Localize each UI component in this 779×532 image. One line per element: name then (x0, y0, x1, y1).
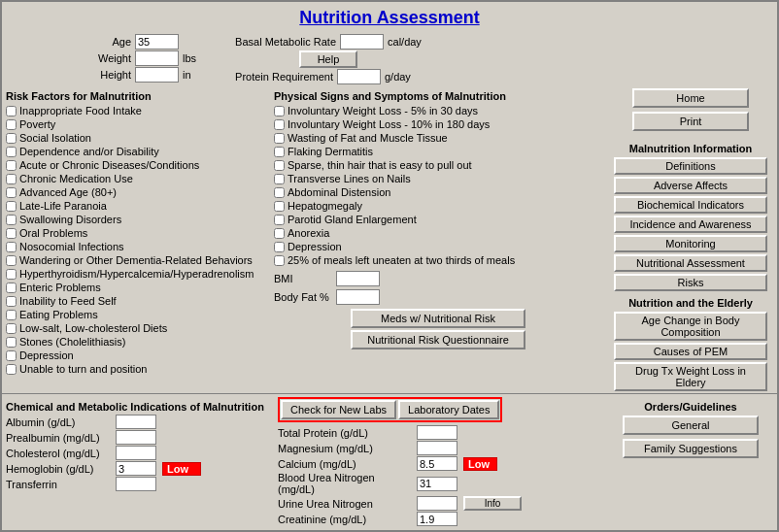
physical-item-label: Sparse, thin hair that is easy to pull o… (288, 158, 472, 172)
check-labs-button[interactable]: Check for New Labs (281, 400, 396, 419)
risk-item-label: Late-Life Paranoia (19, 199, 107, 213)
physical-checkbox[interactable] (274, 174, 285, 184)
chem-left-row: Cholesterol (mg/dL) (6, 446, 268, 460)
risk-section-header: Risk Factors for Malnutrition (6, 90, 268, 102)
physical-checkbox[interactable] (274, 215, 285, 225)
risk-item-label: Oral Problems (19, 226, 87, 240)
risk-checkbox[interactable] (6, 350, 17, 361)
questionnaire-button[interactable]: Nutritional Risk Questionnaire (351, 330, 525, 349)
risk-item-label: Stones (Cholelithiasis) (19, 335, 125, 349)
chem-right-input[interactable] (417, 477, 457, 491)
risk-item-label: Hyperthyroidism/Hypercalcemia/Hyperadren… (19, 267, 254, 281)
chem-input[interactable] (116, 415, 156, 429)
physical-checkbox[interactable] (274, 147, 285, 157)
risk-checkbox[interactable] (6, 201, 17, 212)
physical-checkbox[interactable] (274, 119, 285, 130)
risk-checkbox[interactable] (6, 323, 17, 334)
risk-item-label: Dependence and/or Disability (19, 145, 159, 158)
chem-input[interactable] (116, 477, 156, 491)
malnutrition-nav-button[interactable]: Biochemical Indicators (614, 196, 767, 214)
weight-unit: lbs (183, 52, 196, 64)
risk-checkbox[interactable] (6, 119, 17, 130)
general-button[interactable]: General (623, 416, 759, 435)
risk-checkbox[interactable] (6, 364, 17, 375)
risk-checkbox[interactable] (6, 296, 17, 307)
chem-right-input[interactable] (417, 496, 457, 511)
risk-item-label: Acute or Chronic Diseases/Conditions (19, 158, 199, 172)
chem-input[interactable] (116, 430, 156, 445)
risk-checkbox[interactable] (6, 133, 17, 144)
physical-checkbox[interactable] (274, 106, 285, 116)
chem-right-row: Total Protein (g/dL) (278, 425, 598, 440)
family-button[interactable]: Family Suggestions (623, 439, 759, 458)
physical-checkbox[interactable] (274, 201, 285, 212)
chemical-section-header: Chemical and Metabolic Indications of Ma… (6, 401, 268, 413)
height-input[interactable] (135, 67, 179, 83)
home-button[interactable]: Home (632, 88, 749, 108)
malnutrition-nav-button[interactable]: Monitoring (614, 235, 767, 252)
protein-input[interactable] (337, 69, 381, 84)
risk-checkbox[interactable] (6, 160, 17, 171)
physical-item: Wasting of Fat and Muscle Tissue (274, 131, 602, 145)
risk-item: Acute or Chronic Diseases/Conditions (6, 158, 268, 172)
chem-right-label: Magnesium (mg/dL) (278, 443, 414, 454)
risk-checkbox[interactable] (6, 337, 17, 348)
physical-checkbox[interactable] (274, 228, 285, 239)
risk-checkbox[interactable] (6, 106, 17, 116)
bmi-label: BMI (274, 273, 332, 284)
chem-right-row: Magnesium (mg/dL) (278, 441, 598, 455)
malnutrition-nav-button[interactable]: Nutritional Assessment (614, 254, 767, 272)
help-button[interactable]: Help (299, 50, 357, 68)
malnutrition-nav-button[interactable]: Incidence and Awareness (614, 216, 767, 233)
chem-right-input[interactable] (417, 441, 457, 455)
risk-item: Poverty (6, 117, 268, 131)
meds-button[interactable]: Meds w/ Nutritional Risk (351, 309, 525, 328)
physical-checkbox[interactable] (274, 242, 285, 252)
physical-item: Anorexia (274, 226, 602, 240)
chem-input[interactable] (116, 461, 156, 476)
risk-checkbox[interactable] (6, 187, 17, 198)
physical-checkbox[interactable] (274, 160, 285, 171)
height-unit: in (183, 69, 191, 81)
chem-right-input[interactable] (417, 512, 457, 526)
age-input[interactable] (135, 34, 179, 50)
risk-checkbox[interactable] (6, 228, 17, 239)
risk-checkbox[interactable] (6, 255, 17, 266)
risk-checkbox[interactable] (6, 242, 17, 252)
malnutrition-nav-button[interactable]: Adverse Affects (614, 177, 767, 194)
malnutrition-nav-button[interactable]: Risks (614, 274, 767, 291)
physical-item-label: Transverse Lines on Nails (288, 172, 411, 185)
physical-item-label: Depression (288, 240, 342, 253)
lab-dates-button[interactable]: Laboratory Dates (398, 400, 499, 419)
risk-checkbox[interactable] (6, 269, 17, 280)
chem-right-label: Total Protein (g/dL) (278, 427, 414, 439)
chem-left-row: Albumin (g/dL) (6, 415, 268, 429)
chem-label: Hemoglobin (g/dL) (6, 463, 113, 475)
chem-input[interactable] (116, 446, 156, 460)
risk-checkbox[interactable] (6, 310, 17, 320)
risk-item: Late-Life Paranoia (6, 199, 268, 213)
chem-right-input[interactable] (417, 456, 457, 471)
risk-item-label: Inability to Feed Self (19, 294, 117, 308)
physical-checkbox[interactable] (274, 255, 285, 266)
age-label: Age (87, 36, 131, 48)
weight-input[interactable] (135, 50, 179, 66)
risk-checkbox[interactable] (6, 283, 17, 293)
bodyfat-input[interactable] (336, 289, 380, 305)
elderly-nav-button[interactable]: Age Change in Body Composition (614, 312, 767, 341)
risk-item: Oral Problems (6, 226, 268, 240)
elderly-nav-button[interactable]: Causes of PEM (614, 343, 767, 360)
risk-item-label: Poverty (19, 117, 55, 131)
risk-checkbox[interactable] (6, 174, 17, 184)
bmi-input[interactable] (336, 271, 380, 286)
print-button[interactable]: Print (632, 112, 749, 131)
chem-right-input[interactable] (417, 425, 457, 440)
elderly-nav-button[interactable]: Drug Tx Weight Loss in Eldery (614, 362, 767, 391)
risk-checkbox[interactable] (6, 147, 17, 157)
bmr-input[interactable] (340, 34, 384, 50)
info-button[interactable]: Info (463, 496, 522, 511)
risk-checkbox[interactable] (6, 215, 17, 225)
physical-checkbox[interactable] (274, 187, 285, 198)
physical-checkbox[interactable] (274, 133, 285, 144)
malnutrition-nav-button[interactable]: Definitions (614, 157, 767, 175)
